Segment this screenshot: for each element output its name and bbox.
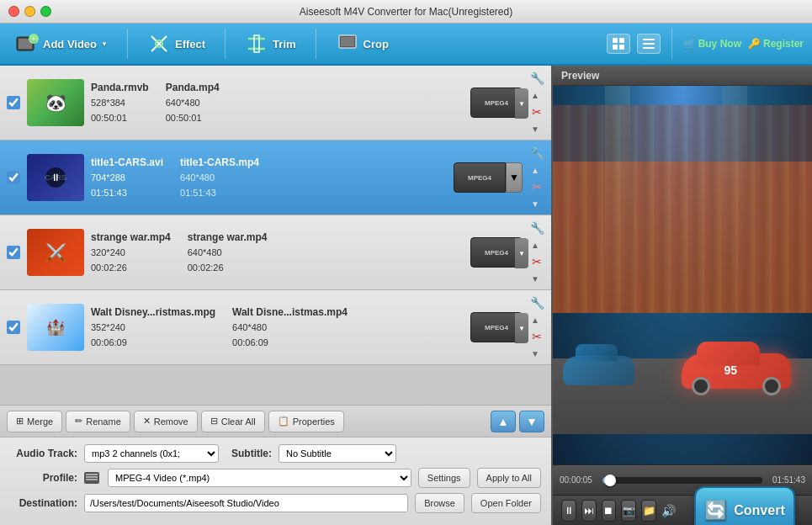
sort-up-4[interactable]: ▲ bbox=[529, 314, 541, 326]
file-row[interactable]: 🐼 Panda.rmvb 528*384 00:50:01 Panda.mp4 … bbox=[0, 66, 551, 141]
file-dst-dur-2: 01:51:43 bbox=[180, 186, 259, 201]
file-details-4: Walt Disney...ristmas.mpg 352*240 00:06:… bbox=[91, 305, 464, 350]
window-controls[interactable] bbox=[8, 6, 51, 17]
sort-up-3[interactable]: ▲ bbox=[529, 239, 541, 251]
stop-button[interactable]: ⏹ bbox=[602, 500, 617, 522]
folder-button[interactable]: 📁 bbox=[641, 500, 656, 522]
crop-button[interactable]: Crop bbox=[329, 29, 395, 59]
browse-button[interactable]: Browse bbox=[415, 493, 464, 513]
preview-header: Preview bbox=[553, 66, 812, 86]
apply-to-all-button[interactable]: Apply to All bbox=[477, 468, 541, 488]
edit-file-1[interactable]: 🔧 bbox=[529, 71, 544, 86]
time-total: 01:51:43 bbox=[772, 475, 805, 485]
playback-controls: ⏸ ⏭ ⏹ 📷 📁 🔊 🔄 Convert bbox=[553, 495, 812, 525]
edit-file-4[interactable]: 🔧 bbox=[529, 295, 544, 310]
file-src-dur-4: 00:06:09 bbox=[91, 336, 215, 351]
delete-file-4[interactable]: ✂ bbox=[529, 329, 544, 344]
file-actions-3: 🔧 ▲ ✂ ▼ bbox=[529, 220, 544, 284]
file-format-1[interactable]: MPEG4 ▼ bbox=[470, 88, 523, 118]
open-folder-button[interactable]: Open Folder bbox=[471, 493, 541, 513]
convert-button[interactable]: 🔄 Convert bbox=[694, 486, 795, 526]
register-link[interactable]: 🔑 Register bbox=[748, 38, 804, 50]
clear-all-button[interactable]: ⊟ Clear All bbox=[201, 411, 265, 432]
file-row[interactable]: 🏰 Walt Disney...ristmas.mpg 352*240 00:0… bbox=[0, 290, 551, 365]
delete-file-3[interactable]: ✂ bbox=[529, 254, 544, 269]
file-checkbox-1[interactable] bbox=[7, 96, 20, 109]
grid-view-button[interactable] bbox=[607, 34, 630, 54]
sort-down-3[interactable]: ▼ bbox=[529, 273, 541, 284]
remove-button[interactable]: ✕ Remove bbox=[134, 411, 198, 432]
buy-now-link[interactable]: 🛒 Buy Now bbox=[683, 38, 741, 50]
properties-icon: 📋 bbox=[278, 416, 289, 427]
delete-file-2[interactable]: ✂ bbox=[529, 179, 544, 194]
properties-button[interactable]: 📋 Properties bbox=[268, 411, 344, 432]
add-video-arrow[interactable]: ▼ bbox=[101, 40, 108, 48]
move-down-button[interactable]: ▼ bbox=[519, 411, 544, 432]
file-format-3[interactable]: MPEG4 ▼ bbox=[470, 237, 523, 268]
file-checkbox-4[interactable] bbox=[7, 321, 20, 334]
audio-track-select[interactable]: mp3 2 channels (0x1; bbox=[84, 444, 219, 463]
add-video-icon: + bbox=[15, 32, 39, 56]
file-format-4[interactable]: MPEG4 ▼ bbox=[470, 312, 523, 342]
file-checkbox-2[interactable] bbox=[7, 171, 20, 184]
register-icon: 🔑 bbox=[748, 38, 761, 50]
subtitle-label: Subtitle: bbox=[226, 448, 272, 459]
sort-down-2[interactable]: ▼ bbox=[529, 198, 541, 209]
file-src-res-3: 320*240 bbox=[91, 246, 171, 261]
time-current: 00:00:05 bbox=[560, 475, 592, 485]
rename-icon: ✏ bbox=[75, 416, 82, 427]
screenshot-button[interactable]: 📷 bbox=[621, 500, 636, 522]
settings-button[interactable]: Settings bbox=[418, 468, 470, 488]
file-dst-name-3: strange war.mp4 bbox=[188, 230, 268, 246]
svg-rect-11 bbox=[613, 38, 618, 43]
audio-track-label: Audio Track: bbox=[10, 448, 77, 459]
format-dropdown-1[interactable]: ▼ bbox=[515, 88, 528, 119]
file-format-2[interactable]: MPEG4 bbox=[454, 162, 506, 193]
fast-forward-button[interactable]: ⏭ bbox=[581, 500, 597, 522]
file-checkbox-3[interactable] bbox=[7, 246, 20, 259]
close-button[interactable] bbox=[8, 6, 19, 17]
effect-icon bbox=[147, 32, 171, 56]
subtitle-select[interactable]: No Subtitle bbox=[279, 444, 396, 463]
progress-bar[interactable] bbox=[602, 477, 762, 484]
pause-overlay: ⏸ bbox=[45, 167, 66, 188]
add-video-button[interactable]: + Add Video ▼ bbox=[8, 29, 114, 59]
file-src-dur-3: 00:02:26 bbox=[91, 261, 171, 276]
rename-button[interactable]: ✏ Rename bbox=[66, 411, 130, 432]
move-up-button[interactable]: ▲ bbox=[491, 411, 516, 432]
progress-knob[interactable] bbox=[604, 475, 616, 486]
add-video-label: Add Video bbox=[43, 38, 97, 50]
effect-button[interactable]: Effect bbox=[141, 29, 212, 59]
file-row[interactable]: ⚔️ strange war.mp4 320*240 00:02:26 stra… bbox=[0, 215, 551, 290]
file-row[interactable]: CARS ⏸ title1-CARS.avi 704*288 01:51:43 … bbox=[0, 141, 551, 215]
volume-icon: 🔊 bbox=[661, 504, 676, 517]
remove-icon: ✕ bbox=[143, 416, 151, 427]
list-view-button[interactable] bbox=[637, 34, 661, 54]
sort-down-4[interactable]: ▼ bbox=[529, 347, 541, 359]
delete-file-1[interactable]: ✂ bbox=[529, 104, 544, 119]
file-dst-dur-4: 00:06:09 bbox=[232, 336, 348, 351]
merge-button[interactable]: ⊞ Merge bbox=[7, 411, 62, 432]
left-panel: 🐼 Panda.rmvb 528*384 00:50:01 Panda.mp4 … bbox=[0, 66, 551, 525]
sort-up-2[interactable]: ▲ bbox=[529, 164, 541, 176]
format-dropdown-2[interactable]: ▼ bbox=[506, 162, 523, 193]
minimize-button[interactable] bbox=[24, 6, 35, 17]
sort-down-1[interactable]: ▼ bbox=[529, 123, 541, 135]
svg-rect-9 bbox=[341, 37, 354, 46]
title-bar: Aiseesoft M4V Converter for Mac(Unregist… bbox=[0, 0, 812, 24]
format-dropdown-4[interactable]: ▼ bbox=[515, 313, 528, 343]
settings-panel: Audio Track: mp3 2 channels (0x1; Subtit… bbox=[0, 437, 551, 525]
sort-up-1[interactable]: ▲ bbox=[529, 89, 541, 101]
toolbar-separator-3 bbox=[316, 29, 316, 59]
profile-select[interactable]: MPEG-4 Video (*.mp4) bbox=[108, 469, 411, 487]
trim-button[interactable]: Trim bbox=[238, 29, 302, 59]
file-dst-res-3: 640*480 bbox=[188, 246, 268, 261]
maximize-button[interactable] bbox=[40, 6, 51, 17]
pause-button[interactable]: ⏸ bbox=[561, 500, 576, 522]
destination-input[interactable] bbox=[84, 494, 408, 512]
edit-file-3[interactable]: 🔧 bbox=[529, 220, 544, 236]
spotlight-1 bbox=[605, 86, 630, 313]
file-list[interactable]: 🐼 Panda.rmvb 528*384 00:50:01 Panda.mp4 … bbox=[0, 66, 551, 405]
format-dropdown-3[interactable]: ▼ bbox=[515, 238, 528, 268]
edit-file-2[interactable]: 🔧 bbox=[529, 146, 544, 161]
